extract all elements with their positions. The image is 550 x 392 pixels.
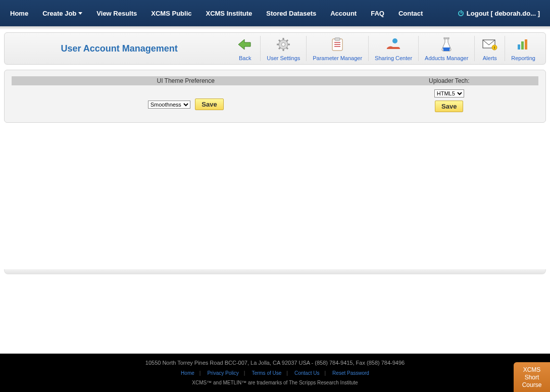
content-panel: UI Theme Preference Smoothness Save Uplo… [4,70,546,123]
toolbar: Back User Settings Parameter Manager Sha… [230,36,541,61]
uploader-save-button[interactable]: Save [435,101,463,112]
nav-faq[interactable]: FAQ [371,10,384,17]
toolbar-parameter-manager[interactable]: Parameter Manager [306,36,368,61]
svg-line-8 [286,47,288,49]
svg-rect-22 [521,41,524,50]
corner-tab-xcms-course[interactable]: XCMS Short Course [514,362,550,392]
svg-text:!: ! [493,45,495,50]
footer-link-terms[interactable]: Terms of Use [252,370,281,376]
toolbar-user-settings[interactable]: User Settings [260,36,306,61]
nav-view-results[interactable]: View Results [96,10,137,17]
footer-link-reset-password[interactable]: Reset Password [332,370,369,376]
svg-rect-23 [525,39,527,50]
footer-trademark: XCMS™ and METLIN™ are trademarks of The … [0,380,550,385]
nav-home[interactable]: Home [10,10,28,17]
envelope-alert-icon: ! [482,37,497,52]
top-nav: Home Create Job View Results XCMS Public… [0,0,550,26]
svg-rect-12 [335,38,340,40]
toolbar-sharing-center[interactable]: Sharing Center [368,36,418,61]
nav-logout[interactable]: Logout [ deborah.do... ] [458,10,540,17]
clipboard-icon [330,37,345,52]
toolbar-reporting[interactable]: Reporting [505,36,541,61]
nav-xcms-institute[interactable]: XCMS Institute [206,10,252,17]
theme-header: UI Theme Preference [12,76,360,85]
chevron-down-icon [78,12,82,15]
theme-select[interactable]: Smoothness [148,101,190,109]
footer-address: 10550 North Torrey Pines Road BCC-007, L… [0,360,550,366]
footer-link-contact[interactable]: Contact Us [294,370,319,376]
gear-icon [276,37,291,52]
svg-point-16 [392,38,397,43]
svg-rect-21 [518,44,520,50]
svg-line-9 [286,40,288,41]
toolbar-adducts-manager[interactable]: Adducts Manager [418,36,474,61]
toolbar-alerts[interactable]: ! Alerts [474,36,505,61]
footer: 10550 North Torrey Pines Road BCC-007, L… [0,354,550,392]
bar-chart-icon [516,37,531,52]
nav-create-job[interactable]: Create Job [42,10,82,17]
svg-line-10 [279,47,280,49]
svg-rect-17 [444,37,449,39]
panel-bottom-edge [4,269,546,274]
nav-account[interactable]: Account [330,10,357,17]
footer-link-privacy[interactable]: Privacy Policy [207,370,238,376]
flask-icon [439,37,454,52]
toolbar-back[interactable]: Back [230,36,260,61]
hand-share-icon [386,37,401,52]
svg-point-2 [282,43,285,46]
footer-links: Home| Privacy Policy| Terms of Use| Cont… [0,370,550,376]
svg-marker-0 [238,39,251,50]
nav-xcms-public[interactable]: XCMS Public [151,10,191,17]
page-title: User Account Management [9,43,230,54]
power-icon [458,11,464,16]
uploader-select[interactable]: HTML5 [434,89,464,97]
theme-save-button[interactable]: Save [195,99,223,110]
uploader-header: Uploader Tech: [360,76,538,85]
svg-line-7 [279,40,280,41]
footer-link-home[interactable]: Home [181,370,194,376]
arrow-left-icon [237,37,253,52]
nav-contact[interactable]: Contact [398,10,423,17]
nav-stored-datasets[interactable]: Stored Datasets [266,10,316,17]
page-header-panel: User Account Management Back User Settin… [4,32,546,65]
